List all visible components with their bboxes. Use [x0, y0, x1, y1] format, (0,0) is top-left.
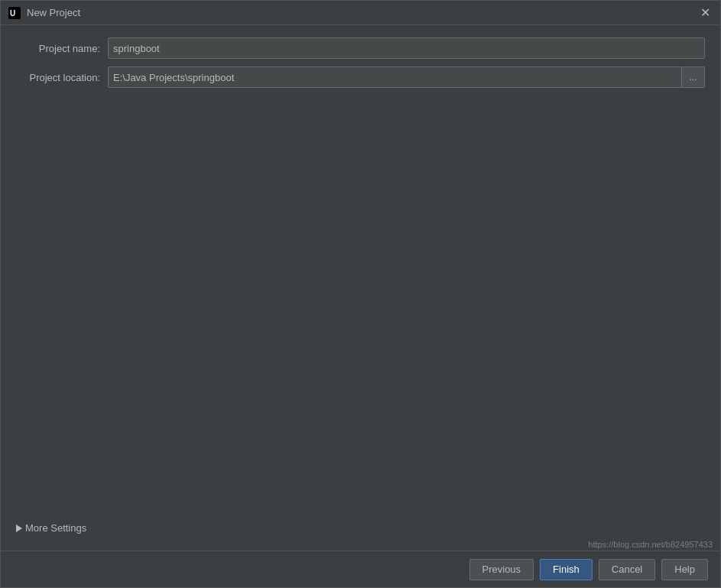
help-button[interactable]: Help — [661, 559, 708, 580]
new-project-dialog: U New Project ✕ Project name: Project lo… — [0, 0, 721, 588]
svg-text:U: U — [10, 9, 15, 18]
more-settings-label: More Settings — [25, 522, 86, 534]
project-name-input[interactable] — [108, 37, 705, 59]
project-name-label: Project name: — [16, 43, 108, 54]
project-name-row: Project name: — [16, 37, 705, 59]
cancel-button[interactable]: Cancel — [599, 559, 655, 580]
project-location-field-group: ... — [108, 67, 705, 88]
more-settings-row[interactable]: More Settings — [16, 518, 705, 538]
dialog-content: Project name: Project location: ... More… — [1, 25, 720, 551]
previous-button[interactable]: Previous — [469, 559, 534, 580]
title-bar: U New Project ✕ — [1, 1, 720, 25]
intellij-icon: U — [8, 7, 21, 19]
bottom-bar: Previous Finish Cancel Help — [1, 551, 720, 587]
title-bar-left: U New Project — [8, 7, 80, 19]
watermark: https://blog.csdn.net/b824957433 — [588, 540, 713, 549]
finish-button[interactable]: Finish — [540, 559, 593, 580]
more-settings-triangle-icon — [16, 525, 22, 532]
project-location-label: Project location: — [16, 72, 108, 83]
middle-space — [16, 96, 705, 518]
project-location-row: Project location: ... — [16, 67, 705, 88]
dialog-title: New Project — [27, 7, 80, 18]
browse-button[interactable]: ... — [682, 67, 705, 88]
project-location-input[interactable] — [108, 67, 682, 88]
close-button[interactable]: ✕ — [696, 4, 714, 22]
